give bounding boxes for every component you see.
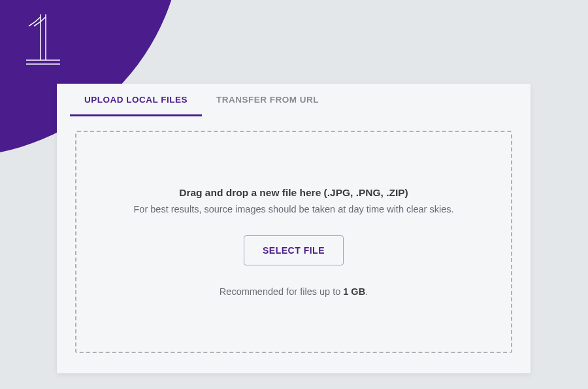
tab-upload-local[interactable]: UPLOAD LOCAL FILES bbox=[70, 84, 202, 116]
file-dropzone[interactable]: Drag and drop a new file here (.JPG, .PN… bbox=[75, 131, 512, 353]
dropzone-footer: Recommended for files up to 1 GB. bbox=[220, 286, 368, 297]
footer-prefix: Recommended for files up to bbox=[220, 286, 343, 297]
dropzone-heading: Drag and drop a new file here (.JPG, .PN… bbox=[179, 187, 408, 199]
tabs-bar: UPLOAD LOCAL FILES TRANSFER FROM URL bbox=[57, 84, 531, 116]
logo-icon bbox=[24, 14, 63, 67]
footer-suffix: . bbox=[365, 286, 368, 297]
upload-card: UPLOAD LOCAL FILES TRANSFER FROM URL Dra… bbox=[57, 84, 531, 373]
footer-limit: 1 GB bbox=[343, 286, 365, 297]
select-file-button[interactable]: SELECT FILE bbox=[244, 235, 344, 265]
tab-transfer-url[interactable]: TRANSFER FROM URL bbox=[202, 84, 333, 116]
dropzone-subtext: For best results, source images should b… bbox=[134, 204, 454, 214]
